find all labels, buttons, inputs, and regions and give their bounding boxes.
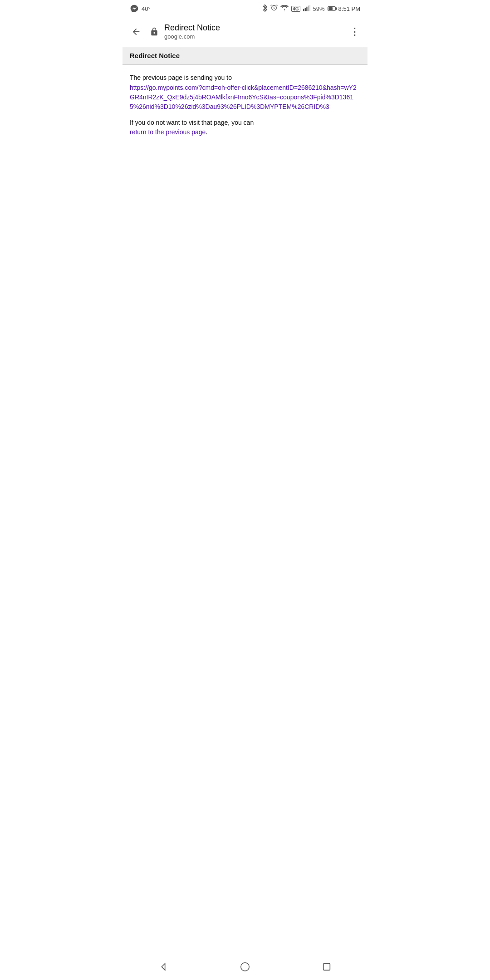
bluetooth-icon [262, 4, 268, 14]
sending-prefix-text: The previous page is sending you to [130, 74, 360, 81]
status-left: 40° [130, 4, 151, 13]
battery-icon [328, 5, 336, 12]
svg-rect-1 [304, 8, 305, 11]
svg-marker-5 [162, 963, 165, 970]
return-to-previous-link[interactable]: return to the previous page [130, 128, 206, 136]
svg-rect-2 [306, 6, 307, 11]
period: . [206, 128, 207, 136]
page-heading-bar: Redirect Notice [122, 47, 368, 65]
browser-bar: Redirect Notice google.com ⋮ [122, 16, 368, 47]
battery-level-text: 59% [313, 5, 325, 12]
nav-recents-button[interactable] [316, 959, 338, 975]
signal-icon [303, 5, 310, 13]
status-right: 4G 59% 8:51 PM [262, 4, 360, 14]
nav-home-button[interactable] [234, 959, 256, 975]
svg-point-6 [241, 962, 249, 970]
back-button[interactable] [128, 24, 144, 40]
browser-domain: google.com [164, 33, 342, 40]
alarm-icon [270, 5, 278, 13]
lock-icon [150, 27, 159, 37]
page-heading-label: Redirect Notice [130, 52, 180, 59]
temperature: 40° [142, 5, 151, 12]
no-visit-text: If you do not want to visit that page, y… [130, 119, 360, 126]
browser-page-title: Redirect Notice [164, 23, 342, 33]
wifi-icon [280, 5, 289, 13]
svg-rect-3 [308, 5, 309, 11]
svg-rect-4 [309, 5, 310, 11]
nav-back-button[interactable] [152, 959, 174, 975]
svg-rect-7 [323, 963, 330, 970]
network-4g-icon: 4G [291, 6, 300, 12]
status-time: 8:51 PM [338, 5, 360, 12]
address-info: Redirect Notice google.com [164, 23, 342, 40]
messenger-icon [130, 4, 139, 13]
status-bar: 40° 4G [122, 0, 368, 16]
browser-menu-button[interactable]: ⋮ [348, 24, 362, 39]
redirect-url-link[interactable]: https://go.mypoints.com/?cmd=oh-offer-cl… [130, 83, 360, 112]
page-content: The previous page is sending you to http… [122, 65, 368, 953]
bottom-navigation-bar [122, 953, 368, 980]
svg-rect-0 [303, 9, 304, 11]
